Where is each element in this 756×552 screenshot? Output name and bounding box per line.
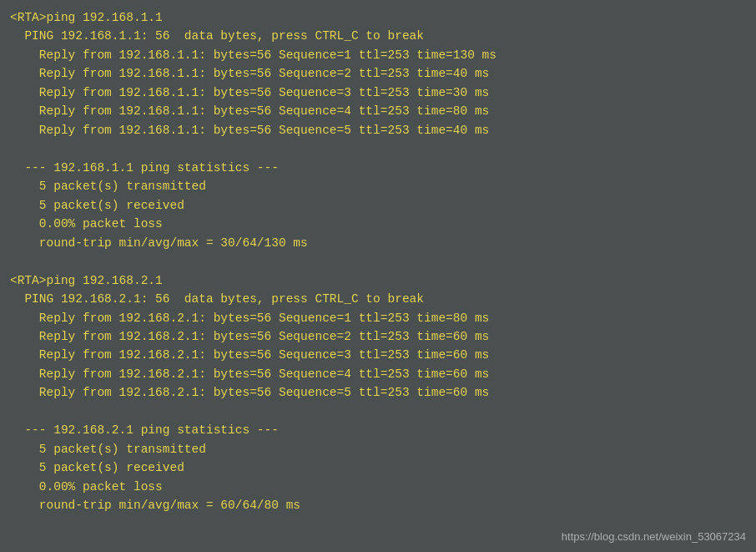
terminal-line: Reply from 192.168.2.1: bytes=56 Sequenc…: [10, 365, 746, 383]
terminal-line: Reply from 192.168.2.1: bytes=56 Sequenc…: [10, 383, 746, 402]
terminal-window: <RTA>ping 192.168.1.1 PING 192.168.1.1: …: [0, 0, 756, 552]
terminal-line: <RTA>ping 192.168.2.1: [10, 271, 746, 290]
terminal-line: round-trip min/avg/max = 60/64/80 ms: [10, 496, 746, 514]
terminal-line: 5 packet(s) transmitted: [10, 440, 746, 458]
terminal-line: 5 packet(s) transmitted: [10, 177, 746, 195]
terminal-line: PING 192.168.2.1: 56 data bytes, press C…: [10, 290, 746, 308]
terminal-line: Reply from 192.168.2.1: bytes=56 Sequenc…: [10, 327, 746, 346]
terminal-line: --- 192.168.2.1 ping statistics ---: [10, 421, 746, 439]
terminal-line: PING 192.168.1.1: 56 data bytes, press C…: [10, 27, 746, 45]
terminal-line: Reply from 192.168.1.1: bytes=56 Sequenc…: [10, 84, 746, 102]
terminal-line: Reply from 192.168.1.1: bytes=56 Sequenc…: [10, 64, 746, 83]
terminal-line: 5 packet(s) received: [10, 458, 746, 477]
terminal-line: round-trip min/avg/max = 30/64/130 ms: [10, 234, 746, 252]
terminal-line: Reply from 192.168.1.1: bytes=56 Sequenc…: [10, 46, 746, 64]
terminal-line: Reply from 192.168.1.1: bytes=56 Sequenc…: [10, 102, 746, 120]
terminal-line: 5 packet(s) received: [10, 196, 746, 215]
terminal-line: 0.00% packet loss: [10, 478, 746, 496]
terminal-line: [10, 252, 746, 271]
watermark: https://blog.csdn.net/weixin_53067234: [562, 529, 746, 545]
terminal-line: [10, 403, 746, 421]
terminal-line: [10, 139, 746, 158]
terminal-line: Reply from 192.168.1.1: bytes=56 Sequenc…: [10, 121, 746, 139]
terminal-line: Reply from 192.168.2.1: bytes=56 Sequenc…: [10, 346, 746, 364]
terminal-line: 0.00% packet loss: [10, 215, 746, 233]
terminal-line: Reply from 192.168.2.1: bytes=56 Sequenc…: [10, 309, 746, 327]
terminal-line: <RTA>ping 192.168.1.1: [10, 8, 746, 27]
terminal-line: --- 192.168.1.1 ping statistics ---: [10, 159, 746, 177]
